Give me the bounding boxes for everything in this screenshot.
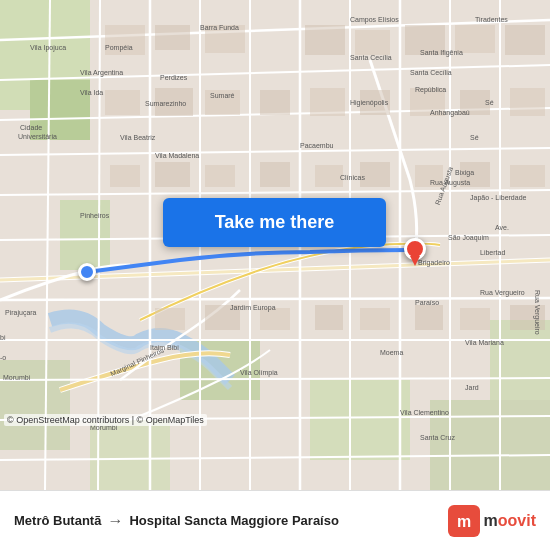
moovit-icon: m: [448, 505, 480, 537]
svg-text:Brigadeiro: Brigadeiro: [418, 259, 450, 267]
svg-text:Pacaembu: Pacaembu: [300, 142, 334, 149]
svg-text:Vila Olímpia: Vila Olímpia: [240, 369, 278, 377]
moovit-m-text: m: [484, 512, 498, 529]
svg-text:Pinheiros: Pinheiros: [80, 212, 110, 219]
map-attribution: © OpenStreetMap contributors | © OpenMap…: [4, 414, 207, 426]
svg-text:Sumarezinho: Sumarezinho: [145, 100, 186, 107]
svg-text:Tiradentes: Tiradentes: [475, 16, 508, 23]
svg-rect-51: [155, 162, 190, 187]
svg-rect-34: [155, 25, 190, 50]
svg-text:Sumaré: Sumaré: [210, 92, 235, 99]
origin-marker: [78, 263, 96, 281]
svg-text:Rua Vergueiro: Rua Vergueiro: [480, 289, 525, 297]
svg-rect-37: [355, 30, 390, 55]
svg-text:Campos Elísios: Campos Elísios: [350, 16, 399, 24]
svg-rect-63: [360, 308, 390, 330]
svg-text:Anhangabaú: Anhangabaú: [430, 109, 470, 117]
svg-text:Vila Ida: Vila Ida: [80, 89, 103, 96]
svg-rect-62: [315, 305, 343, 330]
svg-rect-40: [505, 25, 545, 55]
svg-rect-50: [110, 165, 140, 187]
svg-rect-53: [260, 162, 290, 187]
svg-text:Higienópolis: Higienópolis: [350, 99, 389, 107]
svg-text:Vila Argentina: Vila Argentina: [80, 69, 123, 77]
svg-text:Vila Clementino: Vila Clementino: [400, 409, 449, 416]
map-container: Cidade Universitária Vila Ipojuca Pompéi…: [0, 0, 550, 490]
svg-rect-58: [510, 165, 545, 187]
svg-text:Perdizes: Perdizes: [160, 74, 188, 81]
svg-rect-64: [415, 305, 443, 330]
svg-text:Santa Ifigênia: Santa Ifigênia: [420, 49, 463, 57]
bottom-bar: Metrô Butantã → Hospital Sancta Maggiore…: [0, 490, 550, 550]
svg-rect-41: [105, 90, 140, 115]
svg-rect-65: [460, 308, 490, 330]
svg-text:Universitária: Universitária: [18, 133, 57, 140]
svg-rect-59: [155, 308, 185, 330]
svg-text:-o: -o: [0, 354, 6, 361]
svg-text:Sé: Sé: [470, 134, 479, 141]
svg-rect-5: [310, 380, 410, 460]
svg-rect-45: [310, 88, 345, 116]
route-to: Hospital Sancta Maggiore Paraíso: [129, 513, 339, 528]
svg-text:Jardim Europa: Jardim Europa: [230, 304, 276, 312]
route-info: Metrô Butantã → Hospital Sancta Maggiore…: [14, 512, 448, 530]
svg-text:Pompéia: Pompéia: [105, 44, 133, 52]
svg-rect-3: [60, 200, 110, 270]
svg-text:Barra Funda: Barra Funda: [200, 24, 239, 31]
route-from: Metrô Butantã: [14, 513, 101, 528]
moovit-text: moovit: [484, 512, 536, 530]
svg-text:Cidade: Cidade: [20, 124, 42, 131]
svg-text:Vila Madalena: Vila Madalena: [155, 152, 199, 159]
svg-rect-54: [315, 165, 343, 187]
moovit-logo: m moovit: [448, 505, 536, 537]
svg-text:Vila Beatriz: Vila Beatriz: [120, 134, 156, 141]
svg-text:Moema: Moema: [380, 349, 403, 356]
svg-text:Rua Vergueiro: Rua Vergueiro: [533, 290, 541, 335]
svg-text:Ave.: Ave.: [495, 224, 509, 231]
svg-text:Vila Mariana: Vila Mariana: [465, 339, 504, 346]
moovit-oovit-text: oovit: [498, 512, 536, 529]
svg-text:Vila Ipojuca: Vila Ipojuca: [30, 44, 66, 52]
svg-rect-61: [260, 308, 290, 330]
svg-text:m: m: [456, 513, 470, 530]
svg-rect-44: [260, 90, 290, 115]
svg-rect-52: [205, 165, 235, 187]
svg-text:Paraíso: Paraíso: [415, 299, 439, 306]
svg-text:Santa Cecília: Santa Cecília: [410, 69, 452, 76]
svg-rect-49: [510, 88, 545, 116]
svg-text:Santa Cecília: Santa Cecília: [350, 54, 392, 61]
svg-text:bi: bi: [0, 334, 6, 341]
svg-text:Libertad: Libertad: [480, 249, 505, 256]
svg-text:Bixiga: Bixiga: [455, 169, 474, 177]
svg-text:Jard: Jard: [465, 384, 479, 391]
svg-text:Clínicas: Clínicas: [340, 174, 365, 181]
svg-text:Japão - Liberdade: Japão - Liberdade: [470, 194, 527, 202]
take-me-there-button[interactable]: Take me there: [163, 198, 386, 247]
svg-text:Pirajuçara: Pirajuçara: [5, 309, 37, 317]
svg-text:São Joaquim: São Joaquim: [448, 234, 489, 242]
svg-text:Morumbi: Morumbi: [3, 374, 31, 381]
svg-rect-36: [305, 25, 345, 55]
route-arrow-icon: →: [107, 512, 123, 530]
svg-text:Rua Augusta: Rua Augusta: [430, 179, 470, 187]
svg-text:Santa Cruz: Santa Cruz: [420, 434, 456, 441]
svg-text:Sé: Sé: [485, 99, 494, 106]
svg-text:República: República: [415, 86, 446, 94]
